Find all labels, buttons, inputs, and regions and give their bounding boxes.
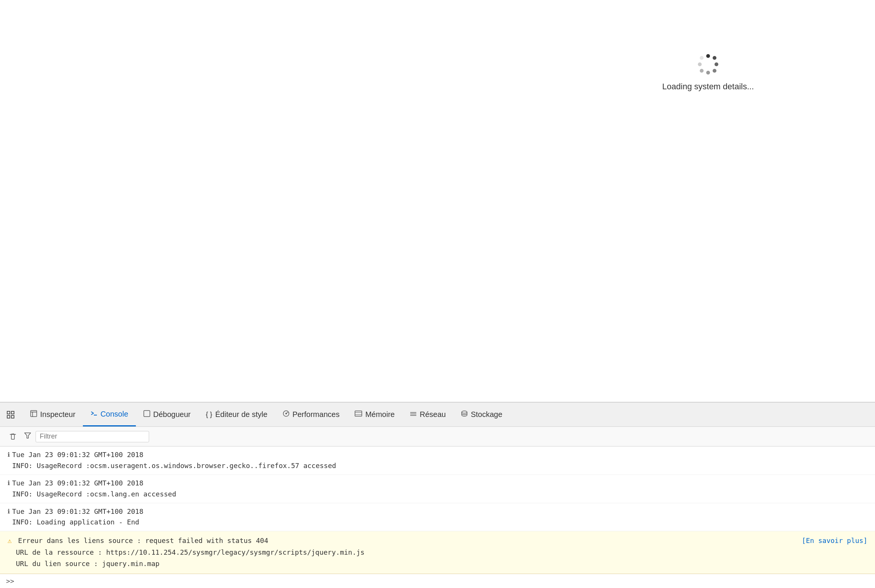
error-url-label: URL de la ressource : bbox=[16, 548, 102, 556]
svg-rect-20 bbox=[355, 411, 362, 416]
console-prompt-row: >> bbox=[0, 574, 875, 588]
console-message-1: ℹ Tue Jan 23 09:01:32 GMT+100 2018 INFO:… bbox=[0, 446, 875, 475]
svg-rect-12 bbox=[31, 411, 37, 417]
console-message-3: ℹ Tue Jan 23 09:01:32 GMT+100 2018 INFO:… bbox=[0, 503, 875, 532]
msg-info-icon-1: ℹ bbox=[8, 450, 10, 459]
tab-inspecteur-label: Inspecteur bbox=[40, 410, 75, 419]
console-error-row: ⚠ Erreur dans les liens source : request… bbox=[0, 531, 875, 574]
msg-text-1: INFO: UsageRecord :ocsm.useragent.os.win… bbox=[12, 460, 336, 471]
console-messages-area: ℹ Tue Jan 23 09:01:32 GMT+100 2018 INFO:… bbox=[0, 446, 875, 588]
tab-memoire-label: Mémoire bbox=[365, 410, 395, 419]
tab-performances-label: Performances bbox=[293, 410, 340, 419]
tab-stockage[interactable]: Stockage bbox=[453, 403, 510, 426]
console-message-2: ℹ Tue Jan 23 09:01:32 GMT+100 2018 INFO:… bbox=[0, 475, 875, 503]
tab-stockage-label: Stockage bbox=[471, 410, 502, 419]
filter-icon bbox=[24, 432, 31, 440]
tab-console-label: Console bbox=[100, 410, 128, 418]
svg-point-1 bbox=[713, 56, 716, 60]
reseau-icon bbox=[410, 411, 417, 418]
inspecteur-icon bbox=[30, 410, 37, 419]
svg-rect-9 bbox=[11, 411, 14, 414]
pick-element-icon bbox=[6, 411, 15, 419]
loading-container: Loading system details... bbox=[662, 53, 754, 92]
svg-rect-8 bbox=[7, 411, 10, 414]
msg-timestamp-1: Tue Jan 23 09:01:32 GMT+100 2018 bbox=[12, 450, 336, 460]
loading-spinner bbox=[697, 53, 719, 76]
msg-timestamp-3: Tue Jan 23 09:01:32 GMT+100 2018 bbox=[12, 506, 143, 517]
loading-text: Loading system details... bbox=[662, 82, 754, 92]
clear-console-button[interactable] bbox=[6, 430, 20, 443]
tab-editeur-style-label: Éditeur de style bbox=[215, 410, 268, 419]
msg-text-3: INFO: Loading application - End bbox=[12, 517, 143, 528]
error-source-label: URL du lien source : bbox=[16, 560, 98, 568]
svg-line-19 bbox=[286, 412, 288, 414]
msg-text-2: INFO: UsageRecord :ocsm.lang.en accessed bbox=[12, 489, 176, 500]
error-source-value: jquery.min.map bbox=[102, 560, 160, 568]
msg-info-icon-3: ℹ bbox=[8, 507, 10, 516]
msg-timestamp-2: Tue Jan 23 09:01:32 GMT+100 2018 bbox=[12, 478, 176, 489]
svg-point-2 bbox=[715, 62, 718, 66]
debogueur-icon bbox=[143, 410, 150, 419]
svg-rect-16 bbox=[144, 411, 150, 417]
svg-point-5 bbox=[700, 69, 704, 73]
pick-element-button[interactable] bbox=[3, 407, 18, 422]
tab-reseau[interactable]: Réseau bbox=[402, 403, 453, 426]
error-warning-icon: ⚠ bbox=[8, 537, 12, 544]
tab-performances[interactable]: Performances bbox=[275, 403, 347, 426]
devtools-toolbar: Inspecteur Console Dé bbox=[0, 403, 875, 427]
editeur-style-icon: { } bbox=[206, 411, 212, 418]
devtools-panel: Inspecteur Console Dé bbox=[0, 402, 875, 588]
memoire-icon bbox=[355, 411, 362, 418]
error-learn-more-link[interactable]: [En savoir plus] bbox=[802, 535, 867, 547]
console-filter-bar bbox=[0, 427, 875, 446]
error-url-value: https://10.11.254.25/sysmgr/legacy/sysmg… bbox=[106, 548, 364, 556]
tab-debogueur[interactable]: Débogueur bbox=[136, 403, 198, 426]
svg-point-7 bbox=[700, 56, 704, 60]
browser-content: Loading system details... bbox=[0, 0, 875, 402]
filter-input[interactable] bbox=[36, 431, 149, 442]
svg-point-3 bbox=[713, 69, 716, 73]
svg-rect-11 bbox=[11, 415, 14, 418]
tab-editeur-style[interactable]: { } Éditeur de style bbox=[198, 403, 275, 426]
svg-point-0 bbox=[706, 54, 710, 58]
error-main-text: Erreur dans les liens source : request f… bbox=[18, 537, 268, 544]
tab-reseau-label: Réseau bbox=[420, 410, 446, 419]
svg-point-26 bbox=[462, 411, 467, 413]
msg-info-icon-2: ℹ bbox=[8, 479, 10, 488]
svg-point-6 bbox=[698, 62, 702, 66]
svg-rect-10 bbox=[7, 415, 10, 418]
trash-icon bbox=[9, 433, 16, 440]
tab-memoire[interactable]: Mémoire bbox=[347, 403, 402, 426]
devtools-tabs: Inspecteur Console Dé bbox=[23, 403, 510, 426]
svg-point-4 bbox=[706, 71, 710, 75]
tab-debogueur-label: Débogueur bbox=[153, 410, 191, 419]
console-prompt-symbol: >> bbox=[6, 577, 14, 585]
stockage-icon bbox=[461, 410, 468, 419]
svg-marker-31 bbox=[25, 433, 31, 438]
performances-icon bbox=[283, 410, 290, 419]
tab-inspecteur[interactable]: Inspecteur bbox=[23, 403, 83, 426]
svg-rect-27 bbox=[11, 434, 14, 439]
console-icon bbox=[90, 410, 97, 418]
tab-console[interactable]: Console bbox=[83, 403, 135, 426]
